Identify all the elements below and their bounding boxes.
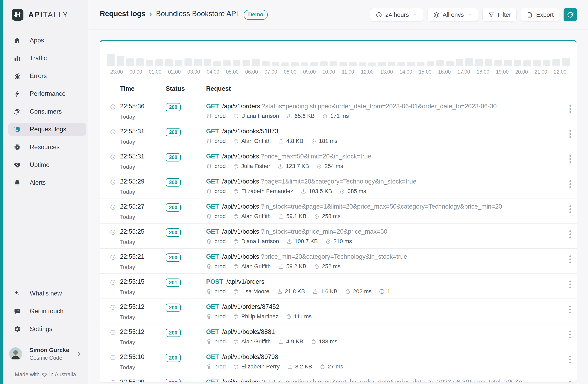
histogram-tick-label: 04:00 bbox=[203, 69, 222, 75]
row-time-cell: 22:55:31 Today bbox=[120, 153, 166, 173]
sidebar-item-consumers[interactable]: Consumers bbox=[8, 105, 86, 118]
row-actions-cell bbox=[564, 103, 577, 123]
sidebar-item-whats-new[interactable]: What's new bbox=[8, 287, 86, 300]
sidebar-item-label: Consumers bbox=[30, 108, 62, 115]
kebab-menu-icon[interactable] bbox=[569, 205, 571, 223]
request-date: Today bbox=[120, 114, 166, 120]
kebab-menu-icon[interactable] bbox=[569, 155, 571, 173]
request-time: 22:55:09 bbox=[120, 378, 166, 382]
histogram-tick-label: 21:00 bbox=[531, 69, 550, 75]
export-button[interactable]: Export bbox=[521, 8, 559, 21]
response-time: 181 ms bbox=[319, 138, 337, 144]
request-log-row[interactable]: 22:55:31 Today 200 GET/api/v1/books/5187… bbox=[100, 123, 577, 148]
consumer-name: Philip Martinez bbox=[241, 313, 278, 320]
request-meta: prod Elizabeth Perry 8.2 KB 27 ms bbox=[206, 363, 564, 370]
sidebar-item-request-logs[interactable]: Request logs bbox=[8, 123, 86, 136]
histogram-bar bbox=[223, 60, 231, 66]
clock-icon bbox=[110, 304, 116, 311]
request-log-row[interactable]: 22:55:15 Today 201 POST/api/v1/orders pr… bbox=[100, 274, 577, 299]
request-log-row[interactable]: 22:55:31 Today 200 GET/api/v1/books?pric… bbox=[100, 148, 577, 173]
environment-dropdown[interactable]: All envs bbox=[428, 8, 478, 21]
main-area: Request logs › Boundless Bookstore API D… bbox=[88, 0, 588, 384]
row-actions-cell bbox=[564, 278, 577, 299]
request-log-row[interactable]: 22:55:36 Today 200 GET/api/v1/orders?sta… bbox=[100, 98, 577, 123]
request-log-row[interactable]: 22:55:09 200 GET/api/v1/orders?status=pe… bbox=[100, 374, 577, 382]
response-time: 258 ms bbox=[322, 213, 340, 219]
request-log-row[interactable]: 22:55:10 Today 200 GET/api/v1/books/8979… bbox=[100, 349, 577, 374]
row-time-cell: 22:55:10 Today bbox=[120, 353, 166, 374]
kebab-menu-icon[interactable] bbox=[569, 130, 571, 148]
request-log-row[interactable]: 22:55:27 Today 200 GET/api/v1/books?in_s… bbox=[100, 198, 577, 224]
layers-icon bbox=[206, 288, 212, 295]
sidebar-item-alerts[interactable]: Alerts bbox=[8, 176, 86, 189]
clock-icon bbox=[110, 254, 116, 260]
response-size-tag: 103.5 KB bbox=[300, 188, 332, 194]
http-method: GET bbox=[206, 153, 219, 160]
breadcrumb-app-selector[interactable]: Boundless Bookstore API bbox=[156, 9, 238, 20]
time-range-dropdown[interactable]: 24 hours bbox=[370, 8, 423, 21]
histogram-tick-label: 13:00 bbox=[377, 69, 396, 75]
status-code-badge: 200 bbox=[166, 153, 181, 161]
kebab-menu-icon[interactable] bbox=[569, 180, 571, 198]
histogram-tick-label: 09:00 bbox=[300, 69, 319, 75]
request-log-row[interactable]: 22:55:12 Today 200 GET/api/v1/orders/874… bbox=[100, 299, 577, 324]
sidebar-item-performance[interactable]: Performance bbox=[8, 87, 86, 100]
consumer-name: Diana Harrison bbox=[241, 238, 279, 245]
fingerprint-icon bbox=[233, 238, 239, 244]
kebab-menu-icon[interactable] bbox=[569, 381, 571, 382]
request-log-row[interactable]: 22:55:25 Today 200 GET/api/v1/books?in_s… bbox=[100, 224, 577, 249]
sidebar-item-settings[interactable]: Settings bbox=[8, 322, 86, 336]
request-query: ?in_stock=true&page=1&limit=20&price_max… bbox=[261, 203, 502, 210]
row-actions-cell bbox=[564, 128, 577, 148]
clock-icon bbox=[110, 204, 116, 210]
kebab-menu-icon[interactable] bbox=[569, 306, 571, 323]
download-icon bbox=[277, 288, 283, 295]
kebab-menu-icon[interactable] bbox=[569, 280, 571, 299]
fingerprint-icon bbox=[233, 163, 239, 169]
histogram-bar bbox=[339, 62, 347, 66]
response-size-tag: 4.9 KB bbox=[278, 338, 303, 345]
sidebar-item-resources[interactable]: Resources bbox=[8, 141, 86, 154]
bar-chart-icon bbox=[14, 55, 21, 62]
app-logo[interactable]: APITALLY bbox=[3, 0, 88, 21]
sidebar-item-errors[interactable]: Errors bbox=[8, 69, 86, 83]
breadcrumb-root: Request logs bbox=[100, 9, 146, 18]
upload-icon bbox=[312, 288, 318, 295]
consumer-name: Alan Griffith bbox=[241, 263, 271, 270]
sidebar-item-get-in-touch[interactable]: Get in touch bbox=[8, 305, 86, 318]
row-request-cell: GET/api/v1/orders?status=pending,shipped… bbox=[206, 378, 564, 382]
kebab-menu-icon[interactable] bbox=[569, 105, 571, 123]
request-log-row[interactable]: 22:55:12 Today 200 GET/api/v1/books/8881… bbox=[100, 324, 577, 349]
histogram-tick-label: 16:00 bbox=[435, 69, 454, 75]
sidebar-item-uptime[interactable]: Uptime bbox=[8, 158, 86, 171]
request-log-row[interactable]: 22:55:29 Today 200 GET/api/v1/books?page… bbox=[100, 173, 577, 198]
refresh-button[interactable] bbox=[564, 8, 577, 21]
request-line: GET/api/v1/orders/87452 bbox=[206, 303, 564, 310]
histogram-bar bbox=[310, 62, 318, 66]
filter-button[interactable]: Filter bbox=[483, 8, 517, 21]
user-account-row[interactable]: Simon Gurcke Cosmic Code bbox=[3, 342, 88, 366]
brand-accent-strip bbox=[0, 0, 3, 384]
row-actions-cell bbox=[564, 328, 577, 349]
row-request-cell: GET/api/v1/books?page=1&limit=20&categor… bbox=[206, 178, 564, 198]
kebab-menu-icon[interactable] bbox=[569, 331, 571, 349]
fingerprint-icon bbox=[233, 113, 239, 119]
response-time-tag: 385 ms bbox=[339, 188, 366, 194]
status-code-badge: 200 bbox=[166, 203, 181, 212]
status-code-badge: 200 bbox=[166, 303, 181, 312]
bug-icon bbox=[14, 72, 21, 80]
request-log-row[interactable]: 22:55:21 Today 200 GET/api/v1/books?pric… bbox=[100, 249, 577, 274]
gear-icon bbox=[14, 325, 21, 333]
sidebar-item-traffic[interactable]: Traffic bbox=[8, 52, 86, 65]
breadcrumb-chevron-icon: › bbox=[149, 9, 152, 18]
response-size: 103.5 KB bbox=[309, 188, 332, 194]
kebab-menu-icon[interactable] bbox=[569, 230, 571, 248]
kebab-menu-icon[interactable] bbox=[569, 256, 571, 274]
histogram-bar bbox=[204, 59, 211, 66]
request-path: /api/v1/books bbox=[222, 178, 259, 185]
csv-file-icon bbox=[526, 12, 533, 18]
response-time-tag: 183 ms bbox=[311, 338, 337, 345]
row-request-cell: GET/api/v1/books?price_min=20&category=T… bbox=[206, 253, 564, 274]
sidebar-item-apps[interactable]: Apps bbox=[8, 34, 86, 47]
kebab-menu-icon[interactable] bbox=[569, 356, 571, 374]
